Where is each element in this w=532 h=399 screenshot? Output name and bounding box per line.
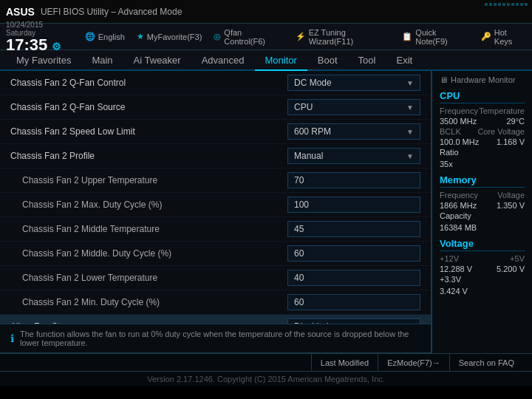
clock-menu-eztuning[interactable]: ⚡ EZ Tuning Wizard(F11) — [296, 28, 391, 46]
star-icon: ★ — [137, 32, 144, 41]
teal-dots — [485, 3, 529, 6]
asus-logo: ASUS — [6, 6, 35, 18]
setting-chassis-fan2-min-duty[interactable]: Chassis Fan 2 Min. Duty Cycle (%) 60 — [0, 290, 431, 315]
chevron-down-icon: ▼ — [406, 152, 414, 160]
setting-label: Chassis Fan 2 Speed Low Limit — [10, 126, 287, 137]
setting-label: Chassis Fan 2 Q-Fan Source — [10, 102, 287, 112]
chevron-down-icon: ▼ — [406, 103, 414, 112]
setting-label: Chassis Fan 2 Profile — [10, 151, 287, 161]
nav-tool[interactable]: Tool — [348, 50, 386, 71]
setting-chassis-fan2-qfan-control[interactable]: Chassis Fan 2 Q-Fan Control DC Mode ▼ — [0, 71, 431, 95]
footer-text: Version 2.17.1246. Copyright (C) 2015 Am… — [147, 375, 385, 383]
hw-value-capacity: 16384 MB — [440, 223, 525, 232]
monitor-icon: 🖥 — [440, 75, 448, 84]
top-bar: ASUS UEFI BIOS Utility – Advanced Mode — [0, 0, 532, 24]
fan-icon: ◎ — [214, 32, 221, 41]
setting-label: Chassis Fan 2 Middle. Duty Cycle (%) — [10, 248, 287, 259]
setting-value-plain: 60 — [287, 245, 420, 262]
main-layout: Chassis Fan 2 Q-Fan Control DC Mode ▼ Ch… — [0, 71, 532, 353]
setting-chassis-fan2-max-duty[interactable]: Chassis Fan 2 Max. Duty Cycle (%) 100 — [0, 193, 431, 217]
left-panel: Chassis Fan 2 Q-Fan Control DC Mode ▼ Ch… — [0, 71, 432, 353]
hw-row: +12V +5V — [440, 254, 525, 263]
setting-label: Chassis Fan 2 Lower Temperature — [10, 273, 287, 283]
setting-label: Chassis Fan 2 Max. Duty Cycle (%) — [10, 200, 287, 210]
nav-main[interactable]: Main — [81, 50, 123, 71]
nav-my-favorites[interactable]: My Favorites — [6, 50, 81, 71]
hw-row: BCLK Core Voltage — [440, 127, 525, 136]
hw-row: Frequency Voltage — [440, 191, 525, 200]
globe-icon: 🌐 — [85, 32, 95, 41]
setting-label: Chassis Fan 2 Min. Duty Cycle (%) — [10, 297, 287, 307]
chevron-down-icon: ▼ — [406, 79, 414, 87]
clock-menu-hotkeys[interactable]: 🔑 Hot Keys — [481, 28, 526, 46]
hw-row: 1866 MHz 1.350 V — [440, 201, 525, 210]
note-icon: 📋 — [402, 32, 412, 41]
hw-value-ratio: 35x — [440, 160, 525, 168]
nav-advanced[interactable]: Advanced — [191, 50, 255, 71]
info-bar: ℹ The function allows the fan to run at … — [0, 324, 431, 353]
setting-chassis-fan2-lower-temp[interactable]: Chassis Fan 2 Lower Temperature 40 — [0, 266, 431, 290]
setting-label: Chassis Fan 2 Upper Temperature — [10, 175, 287, 185]
hw-value-33v: 3.424 V — [440, 287, 525, 296]
chevron-down-icon: ▼ — [406, 128, 414, 136]
nav-monitor[interactable]: Monitor — [255, 50, 307, 71]
nav-boot[interactable]: Boot — [307, 50, 348, 71]
setting-chassis-fan2-middle-duty[interactable]: Chassis Fan 2 Middle. Duty Cycle (%) 60 — [0, 242, 431, 266]
hw-section-voltage: Voltage — [440, 238, 525, 251]
setting-value-dropdown[interactable]: 600 RPM ▼ — [287, 123, 420, 140]
hw-row: 12.288 V 5.200 V — [440, 265, 525, 273]
hw-label-capacity: Capacity — [440, 211, 525, 220]
bottom-bar: Last Modified EzMode(F7)→ Search on FAQ — [0, 353, 532, 371]
date-time: 10/24/2015 Saturday 17:35 ⚙ — [6, 21, 73, 53]
hw-row: 100.0 MHz 1.168 V — [440, 137, 525, 146]
nav-bar: My Favorites Main Ai Tweaker Advanced Mo… — [0, 50, 532, 71]
setting-chassis-fan2-speed-low[interactable]: Chassis Fan 2 Speed Low Limit 600 RPM ▼ — [0, 120, 431, 144]
ezmode-button[interactable]: EzMode(F7)→ — [378, 354, 449, 371]
key-icon: 🔑 — [481, 32, 491, 41]
hw-row: Frequency Temperature — [440, 106, 525, 115]
clock-bar: 10/24/2015 Saturday 17:35 ⚙ 🌐 English ★ … — [0, 24, 532, 50]
clock-menu-qfan[interactable]: ◎ Qfan Control(F6) — [214, 28, 283, 46]
settings-list: Chassis Fan 2 Q-Fan Control DC Mode ▼ Ch… — [0, 71, 431, 324]
setting-value-dropdown[interactable]: Manual ▼ — [287, 148, 420, 164]
clock-menu-english[interactable]: 🌐 English — [85, 32, 125, 41]
nav-exit[interactable]: Exit — [386, 50, 423, 71]
setting-chassis-fan2-qfan-source[interactable]: Chassis Fan 2 Q-Fan Source CPU ▼ — [0, 95, 431, 120]
setting-value-dropdown[interactable]: DC Mode ▼ — [287, 75, 420, 91]
date-text: 10/24/2015 Saturday — [6, 21, 73, 37]
setting-value-dropdown[interactable]: CPU ▼ — [287, 99, 420, 115]
setting-chassis-fan2-upper-temp[interactable]: Chassis Fan 2 Upper Temperature 70 — [0, 168, 431, 193]
info-icon: ℹ — [10, 332, 14, 344]
setting-chassis-fan2-middle-temp[interactable]: Chassis Fan 2 Middle Temperature 45 — [0, 217, 431, 242]
setting-label: Chassis Fan 2 Q-Fan Control — [10, 78, 287, 88]
last-modified-button[interactable]: Last Modified — [311, 354, 378, 371]
right-panel: 🖥 Hardware Monitor CPU Frequency Tempera… — [432, 71, 532, 353]
setting-allow-fan-stop[interactable]: Allow Fan Stop Disabled ▼ — [0, 315, 431, 324]
setting-value-plain: 40 — [287, 270, 420, 286]
clock-menu-myfavorite[interactable]: ★ MyFavorite(F3) — [137, 32, 202, 41]
setting-value-plain: 60 — [287, 294, 420, 310]
setting-label: Chassis Fan 2 Middle Temperature — [10, 224, 287, 234]
hw-monitor-title: 🖥 Hardware Monitor — [440, 75, 525, 84]
setting-value-dropdown[interactable]: Disabled ▼ — [287, 318, 420, 324]
setting-value-plain: 100 — [287, 197, 420, 213]
hw-label-ratio: Ratio — [440, 148, 525, 157]
setting-value-plain: 45 — [287, 221, 420, 237]
hw-section-memory: Memory — [440, 174, 525, 188]
hw-label-33v: +3.3V — [440, 275, 525, 284]
nav-ai-tweaker[interactable]: Ai Tweaker — [123, 50, 191, 71]
clock-menu-quicknote[interactable]: 📋 Quick Note(F9) — [402, 28, 468, 46]
setting-chassis-fan2-profile[interactable]: Chassis Fan 2 Profile Manual ▼ — [0, 144, 431, 168]
setting-value-plain: 70 — [287, 172, 420, 188]
hw-row: 3500 MHz 29°C — [440, 117, 525, 126]
footer: Version 2.17.1246. Copyright (C) 2015 Am… — [0, 371, 532, 386]
info-text: The function allows the fan to run at 0%… — [20, 330, 420, 347]
hw-section-cpu: CPU — [440, 90, 525, 103]
search-faq-button[interactable]: Search on FAQ — [449, 354, 523, 371]
bolt-icon: ⚡ — [296, 32, 306, 41]
bios-title: UEFI BIOS Utility – Advanced Mode — [41, 7, 526, 17]
